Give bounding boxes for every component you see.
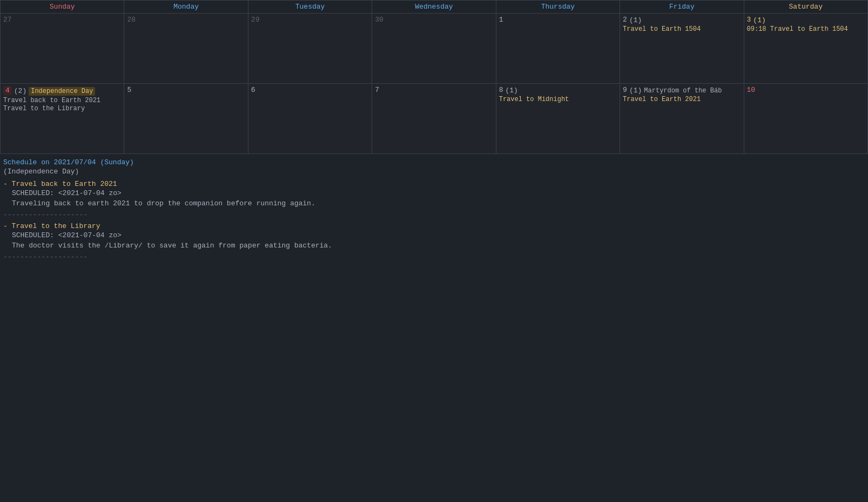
event-count: (1): [506, 86, 518, 95]
schedule-divider: --------------------: [3, 253, 865, 261]
day-number: 1: [499, 16, 503, 24]
schedule-title: Schedule on 2021/07/04 (Sunday): [3, 158, 865, 166]
calendar-cell[interactable]: 5: [124, 84, 248, 154]
entry-title: - Travel back to Earth 2021: [3, 180, 865, 188]
calendar-cell[interactable]: 28: [124, 14, 248, 84]
calendar-header-tue: Tuesday: [248, 1, 372, 14]
event-count: (1): [753, 16, 765, 24]
calendar-cell[interactable]: 27: [1, 14, 124, 84]
day-number: 8: [499, 86, 503, 94]
calendar-cell[interactable]: 10: [744, 84, 867, 154]
entry-scheduled: SCHEDULED: <2021-07-04 zo>: [3, 189, 865, 197]
calendar-table: SundayMondayTuesdayWednesdayThursdayFrid…: [0, 0, 868, 154]
calendar-header-wed: Wednesday: [372, 1, 496, 14]
day-number: 27: [3, 16, 12, 24]
day-number: 7: [375, 86, 379, 94]
calendar-header-mon: Monday: [124, 1, 248, 14]
event-badge: Independence Day: [29, 87, 95, 96]
event-item: Travel to Earth 2021: [623, 96, 741, 103]
entry-title: - Travel to the Library: [3, 222, 865, 230]
day-number: 30: [375, 16, 383, 24]
event-item: Travel back to Earth 2021: [3, 97, 121, 104]
calendar-cell[interactable]: 7: [372, 84, 496, 154]
schedule-subtitle: (Independence Day): [3, 168, 865, 176]
schedule-divider: --------------------: [3, 211, 865, 219]
calendar-cell[interactable]: 9(1)Martyrdom of the BábTravel to Earth …: [620, 84, 744, 154]
calendar-header-sun: Sunday: [1, 1, 124, 14]
entry-scheduled: SCHEDULED: <2021-07-04 zo>: [3, 231, 865, 239]
calendar-cell[interactable]: 1: [496, 14, 620, 84]
day-number: 6: [251, 86, 255, 94]
calendar-header-fri: Friday: [620, 1, 744, 14]
day-number: 29: [251, 16, 260, 24]
event-count: (1): [629, 16, 642, 24]
calendar-cell[interactable]: 29: [248, 14, 372, 84]
event-badge: Martyrdom of the Báb: [644, 87, 722, 95]
day-number: 2: [623, 16, 627, 24]
event-item: Travel to Midnight: [499, 96, 617, 103]
calendar-cell[interactable]: 8(1)Travel to Midnight: [496, 84, 620, 154]
day-number: 4: [3, 86, 12, 95]
day-number: 3: [747, 16, 751, 24]
calendar-header-thu: Thursday: [496, 1, 620, 14]
entry-desc: Traveling back to earth 2021 to drop the…: [3, 199, 865, 208]
calendar-cell[interactable]: 2(1)Travel to Earth 1504: [620, 14, 744, 84]
schedule-panel: Schedule on 2021/07/04 (Sunday) (Indepen…: [0, 154, 868, 269]
calendar-cell[interactable]: 6: [248, 84, 372, 154]
calendar-header-sat: Saturday: [744, 1, 867, 14]
schedule-entry: - Travel to the LibrarySCHEDULED: <2021-…: [3, 222, 865, 250]
day-number: 28: [127, 16, 136, 24]
event-count: (2): [14, 87, 26, 95]
entry-desc: The doctor visits the /Library/ to save …: [3, 242, 865, 250]
calendar-cell[interactable]: 30: [372, 14, 496, 84]
day-number: 9: [623, 86, 627, 94]
day-number: 5: [127, 86, 131, 94]
event-item: Travel to the Library: [3, 105, 121, 112]
event-count: (1): [629, 86, 642, 95]
calendar-cell[interactable]: 4(2)Independence DayTravel back to Earth…: [1, 84, 124, 154]
calendar-cell[interactable]: 3(1)09:18 Travel to Earth 1504: [744, 14, 867, 84]
day-number: 10: [747, 86, 756, 94]
event-item: 09:18 Travel to Earth 1504: [747, 25, 865, 33]
schedule-entry: - Travel back to Earth 2021SCHEDULED: <2…: [3, 180, 865, 208]
event-item: Travel to Earth 1504: [623, 25, 741, 33]
